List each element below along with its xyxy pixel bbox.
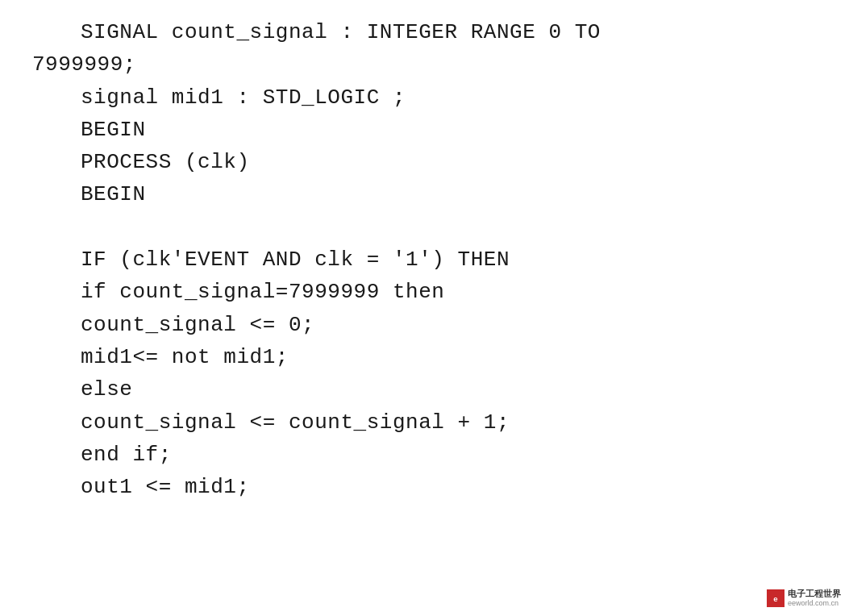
code-line-5: PROCESS (clk) xyxy=(32,146,817,178)
code-block: SIGNAL count_signal : INTEGER RANGE 0 TO… xyxy=(0,0,849,519)
code-line-4: BEGIN xyxy=(32,114,817,146)
watermark: e 电子工程世界 eeworld.com.cn xyxy=(767,589,841,608)
code-line-13: count_signal <= count_signal + 1; xyxy=(32,406,817,439)
watermark-site-info: 电子工程世界 eeworld.com.cn xyxy=(788,589,841,608)
watermark-site-name: 电子工程世界 xyxy=(788,589,841,599)
code-line-2: 7999999; xyxy=(32,48,817,81)
watermark-logo: e xyxy=(767,589,784,607)
svg-text:e: e xyxy=(773,594,778,603)
code-line-9: if count_signal=7999999 then xyxy=(32,276,817,308)
watermark-site-url: eeworld.com.cn xyxy=(788,599,841,608)
code-line-15: out1 <= mid1; xyxy=(32,471,817,503)
code-line-10: count_signal <= 0; xyxy=(32,309,817,341)
code-line-12: else xyxy=(32,373,817,406)
code-line-6: BEGIN xyxy=(32,178,817,210)
code-line-7 xyxy=(32,211,817,243)
code-line-3: signal mid1 : STD_LOGIC ; xyxy=(32,81,817,114)
code-line-11: mid1<= not mid1; xyxy=(32,341,817,373)
code-line-1: SIGNAL count_signal : INTEGER RANGE 0 TO xyxy=(32,16,817,48)
eeworld-icon: e xyxy=(770,592,781,605)
code-line-8: IF (clk'EVENT AND clk = '1') THEN xyxy=(32,243,817,276)
code-line-14: end if; xyxy=(32,439,817,471)
